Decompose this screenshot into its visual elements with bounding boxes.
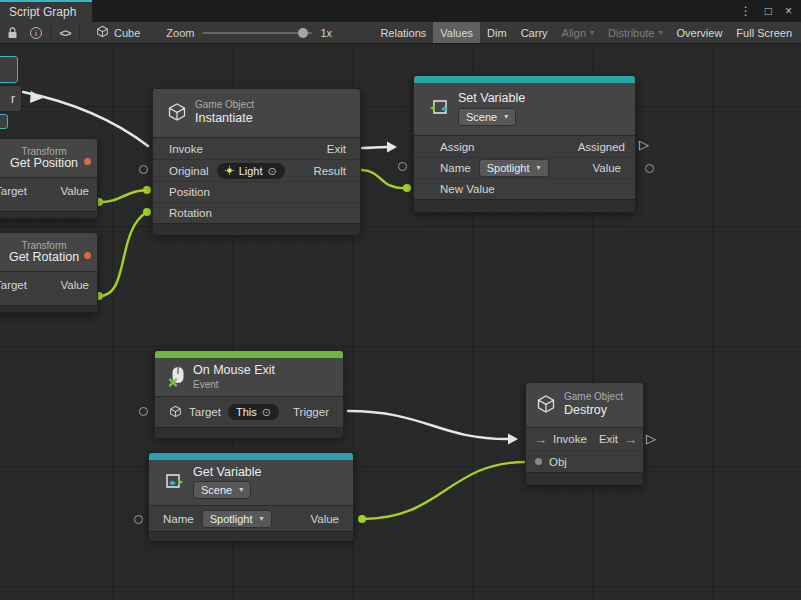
node-subtitle: Event	[193, 380, 275, 390]
port-original-input[interactable]	[139, 165, 148, 174]
port-onmouseexit-input[interactable]	[139, 407, 148, 416]
original-value: Light	[239, 164, 263, 178]
wire-exit-to-assign	[362, 147, 387, 148]
zoom-slider-handle[interactable]	[298, 28, 308, 38]
wire-trigger-to-invoke	[348, 411, 508, 439]
target-object-field[interactable]: This ⊙	[228, 404, 279, 420]
node-instantiate[interactable]: Game Object Instantiate Invoke Exit Orig…	[152, 88, 361, 234]
wire-result-to-newvalue	[362, 170, 407, 188]
port-trigger-label: Trigger	[293, 406, 329, 418]
port-name-label: Name	[440, 162, 471, 174]
wire-trigger-arrowhead	[508, 434, 518, 445]
port-setvariable-value-output[interactable]	[645, 164, 654, 173]
node-category: Game Object	[195, 100, 254, 110]
graph-canvas[interactable]: r Transform Get Position Target Value Tr…	[0, 0, 801, 600]
destroy-flow-triangle-icon: ▷	[646, 432, 656, 445]
node-header: Set Variable Scene ▾	[414, 83, 635, 136]
variable-scope-dropdown[interactable]: Scene ▾	[193, 481, 251, 499]
cube-icon	[167, 102, 187, 124]
port-name-label: Name	[163, 513, 194, 525]
flow-in-arrow-icon: →	[534, 433, 547, 446]
window-menu-icon[interactable]: ⋮	[740, 5, 752, 17]
relations-button[interactable]: Relations	[373, 22, 433, 43]
dim-button[interactable]: Dim	[480, 22, 514, 43]
node-get-rotation[interactable]: Transform Get Rotation Target Value	[0, 232, 98, 313]
obj-port-dot	[535, 458, 542, 465]
node-on-mouse-exit[interactable]: On Mouse Exit Event Target This ⊙	[154, 350, 344, 437]
scope-value: Scene	[466, 110, 497, 124]
node-fragment[interactable]: r	[0, 85, 22, 112]
variable-scope-dropdown[interactable]: Scene ▾	[458, 108, 516, 126]
setvariable-flow-triangle-icon: ▷	[639, 138, 649, 151]
wire-getvariable-to-obj	[362, 462, 526, 519]
values-label: Values	[440, 27, 473, 39]
zoom-value: 1x	[320, 27, 332, 39]
mouse-icon	[169, 366, 185, 389]
script-graph-window: r Transform Get Position Target Value Tr…	[0, 0, 801, 600]
carry-label: Carry	[521, 27, 548, 39]
object-picker-icon[interactable]: ⊙	[262, 405, 271, 419]
node-title: Get Rotation	[0, 251, 93, 265]
node-get-variable[interactable]: Get Variable Scene ▾ Name Spotlight ▾ Va…	[148, 452, 354, 540]
port-exit-label: Exit	[599, 433, 618, 445]
distribute-button[interactable]: Distribute ▾	[601, 22, 669, 43]
variable-name-dropdown[interactable]: Spotlight ▾	[202, 510, 272, 528]
carry-button[interactable]: Carry	[514, 22, 555, 43]
cube-icon	[536, 394, 556, 416]
node-header: Get Variable Scene ▾	[149, 460, 353, 506]
align-button[interactable]: Align ▾	[555, 22, 601, 43]
node-set-variable[interactable]: Set Variable Scene ▾ Assign Assigned Nam…	[413, 75, 636, 212]
graph-toolbar: i <> Cube Zoom 1x	[0, 22, 801, 44]
port-assigned-label: Assigned	[578, 141, 625, 153]
port-position-label: Position	[169, 186, 210, 198]
values-button[interactable]: Values	[433, 22, 480, 43]
target-value: This	[236, 405, 257, 419]
scope-value: Scene	[201, 483, 232, 497]
graph-target-selector[interactable]: Cube	[82, 22, 150, 43]
wire-rotation-value	[99, 212, 147, 296]
node-fragment-selected-2[interactable]	[0, 114, 8, 129]
port-invoke-label: Invoke	[169, 143, 203, 155]
port-getvariable-input[interactable]	[134, 515, 143, 524]
node-title: On Mouse Exit	[193, 364, 275, 378]
full-screen-button[interactable]: Full Screen	[729, 22, 799, 43]
node-header: Transform Get Rotation	[0, 233, 97, 272]
variable-name-dropdown[interactable]: Spotlight ▾	[479, 159, 549, 177]
cube-icon	[169, 405, 182, 420]
port-value-label: Value	[60, 279, 89, 291]
port-new-value-label: New Value	[440, 183, 495, 195]
port-target-label: Target	[0, 185, 27, 197]
cube-icon	[96, 25, 109, 40]
close-icon[interactable]: ×	[785, 5, 792, 17]
tab-script-graph[interactable]: Script Graph	[0, 0, 92, 22]
relations-label: Relations	[380, 27, 426, 39]
maximize-icon[interactable]: □	[765, 5, 772, 17]
graph-target-label: Cube	[114, 27, 140, 39]
fragment-label: r	[11, 92, 15, 106]
port-obj-label: Obj	[549, 456, 567, 468]
port-target-label: Target	[189, 406, 221, 418]
port-value-label: Value	[310, 513, 339, 525]
full-screen-label: Full Screen	[736, 27, 792, 39]
set-variable-icon	[428, 97, 450, 121]
toolbar-separator	[50, 22, 51, 44]
info-icon[interactable]: i	[24, 22, 48, 43]
node-destroy[interactable]: Game Object Destroy → Invoke Exit → Obj	[525, 382, 644, 485]
chevron-down-icon: ▾	[239, 483, 243, 497]
light-icon	[225, 164, 234, 178]
get-variable-icon	[163, 471, 185, 495]
node-get-position[interactable]: Transform Get Position Target Value	[0, 138, 98, 219]
original-object-field[interactable]: Light ⊙	[217, 163, 285, 179]
tab-title: Script Graph	[9, 5, 76, 19]
node-fragment-selected[interactable]	[0, 56, 18, 83]
object-picker-icon[interactable]: ⊙	[268, 164, 277, 178]
info-glyph: i	[30, 27, 42, 39]
node-header: Game Object Destroy	[526, 383, 643, 428]
lock-icon[interactable]	[0, 22, 24, 43]
node-header: On Mouse Exit Event	[155, 358, 343, 397]
code-view-icon[interactable]: <>	[53, 22, 77, 43]
overview-button[interactable]: Overview	[670, 22, 730, 43]
distribute-label: Distribute	[608, 27, 654, 39]
port-setvariable-input[interactable]	[398, 162, 407, 171]
zoom-slider[interactable]	[202, 32, 312, 34]
